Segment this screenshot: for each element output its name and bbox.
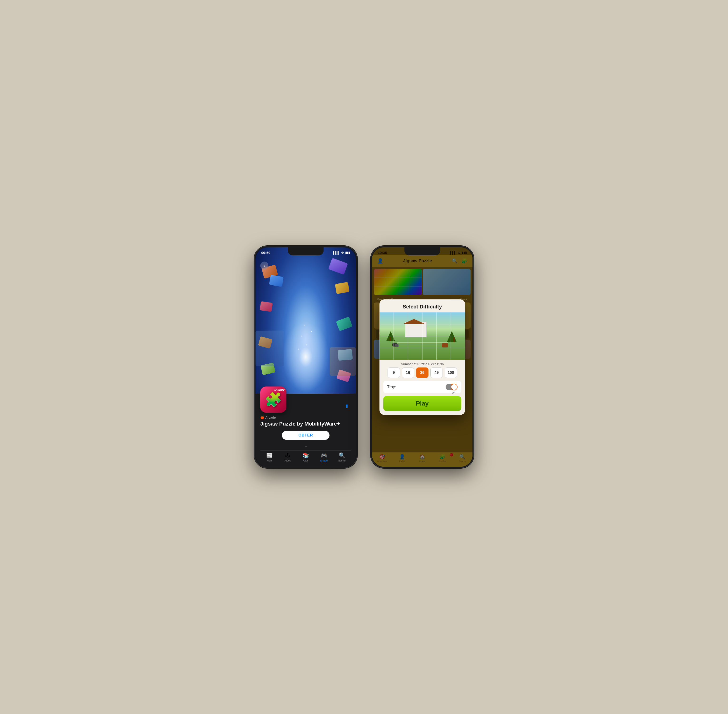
piece-selector: 9 16 36 49 100 — [379, 368, 465, 381]
arcade-icon: 🎮 — [321, 453, 327, 459]
sparkle: ✦ — [298, 348, 299, 350]
deco-puzzle-piece — [260, 301, 273, 312]
character-area — [330, 347, 356, 376]
puzzle-preview-image — [379, 312, 465, 360]
signal-icon: ▌▌▌ — [333, 251, 340, 254]
deco-puzzle-piece — [336, 316, 353, 331]
app-icon-graphic: 🧩 — [265, 392, 282, 408]
tray-row: Tray: On — [383, 381, 461, 393]
app-info-card: Disney 🧩 ⬆ 🍎 Arcade Jigsaw Puzzle by Mob… — [256, 394, 356, 467]
swipe-indicator: ⌄ — [260, 443, 351, 448]
toggle-knob — [451, 384, 457, 390]
tray-on-label: On — [452, 392, 455, 394]
arcade-label: 🍎 Arcade — [260, 416, 351, 419]
battery-icon: ▮▮▮ — [345, 251, 350, 254]
disney-logo: Disney — [274, 388, 285, 392]
tab-buscar[interactable]: 🔍 Buscar — [333, 453, 351, 462]
jogos-label: Jogos — [284, 459, 291, 462]
puzzle-grid-overlay — [379, 312, 465, 360]
time-display: 09:50 — [261, 250, 270, 255]
hoje-icon: 📰 — [266, 453, 273, 459]
jogos-icon: 🕹 — [285, 453, 290, 459]
tab-jogos[interactable]: 🕹 Jogos — [279, 453, 297, 462]
arcade-label-tab: Arcade — [320, 459, 328, 462]
difficulty-modal: Select Difficulty — [379, 299, 465, 415]
tray-label: Tray: — [387, 385, 396, 389]
notch — [288, 247, 324, 255]
deco-puzzle-piece — [335, 282, 349, 294]
tab-apps[interactable]: 📚 Apps — [297, 453, 315, 462]
sparkle: ✦ — [301, 335, 303, 337]
character-area — [256, 331, 284, 366]
apps-icon: 📚 — [303, 453, 309, 459]
modal-title: Select Difficulty — [379, 299, 465, 312]
tab-hoje[interactable]: 📰 Hoje — [260, 453, 279, 462]
share-button[interactable]: ⬆ — [343, 402, 351, 410]
sparkle: ✦ — [311, 331, 312, 333]
buscar-icon: 🔍 — [339, 453, 345, 459]
piece-btn-36[interactable]: 36 — [416, 368, 428, 378]
tab-bar-phone1: 📰 Hoje 🕹 Jogos 📚 Apps 🎮 — [260, 450, 351, 467]
sparkle: ✦ — [306, 344, 307, 346]
back-button[interactable]: ‹ — [260, 261, 268, 270]
tab-arcade[interactable]: 🎮 Arcade — [315, 453, 333, 462]
sparkle: ✦ — [304, 324, 306, 326]
hoje-label: Hoje — [267, 459, 272, 462]
piece-btn-49[interactable]: 49 — [430, 368, 443, 378]
app-icon: Disney 🧩 — [260, 387, 286, 413]
deco-puzzle-piece — [269, 275, 283, 287]
piece-btn-16[interactable]: 16 — [402, 368, 414, 378]
apps-label: Apps — [303, 459, 309, 462]
piece-btn-100[interactable]: 100 — [445, 368, 457, 378]
modal-overlay: Select Difficulty — [372, 247, 472, 467]
notch2 — [404, 247, 440, 255]
phone2: 10:35 ▌▌▌ ⊙ ▮▮▮ 👤 Jigsaw Puzzle 🔍 🧩 — [371, 246, 473, 468]
scene: 09:50 ▌▌▌ ⊙ ▮▮▮ ‹ — [255, 246, 473, 468]
deco-puzzle-piece — [328, 258, 348, 275]
pieces-count-label: Number of Puzzle Pieces: 36 — [379, 360, 465, 368]
tray-toggle[interactable] — [446, 384, 457, 390]
wifi-icon: ⊙ — [341, 251, 344, 254]
apple-icon: 🍎 — [260, 416, 264, 419]
light-effect — [282, 321, 330, 393]
piece-btn-9[interactable]: 9 — [388, 368, 400, 378]
phone1: 09:50 ▌▌▌ ⊙ ▮▮▮ ‹ — [255, 246, 357, 468]
get-button[interactable]: OBTER — [282, 431, 330, 440]
buscar-label: Buscar — [338, 459, 346, 462]
play-button[interactable]: Play — [383, 396, 461, 411]
app-title: Jigsaw Puzzle by MobilityWare+ — [260, 421, 351, 427]
